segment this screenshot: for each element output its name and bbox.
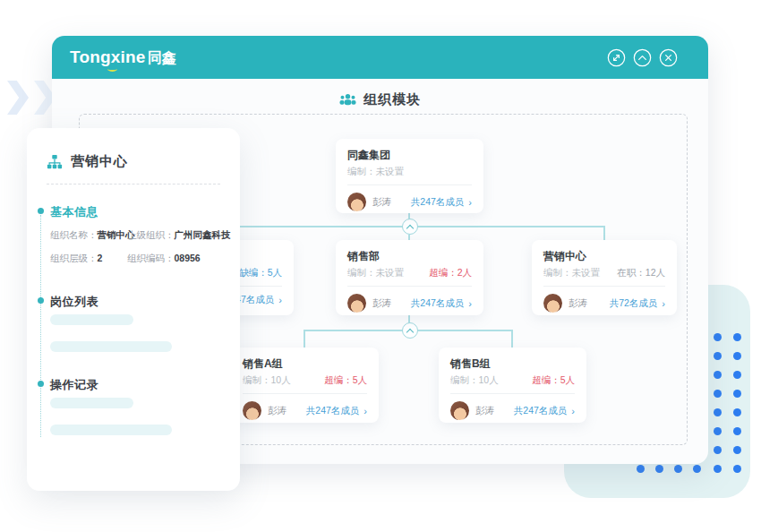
members-count: 共247名成员 [411, 297, 465, 310]
decor-dot [714, 446, 722, 454]
logo-text-zh: 同鑫 [148, 49, 176, 68]
decor-dot [693, 465, 701, 473]
org-node-name: 销售B组 [450, 358, 575, 369]
section-bullet-icon [38, 381, 44, 387]
org-node-name: 销售部 [347, 251, 472, 262]
org-node-root[interactable]: 同鑫集团 编制：未设置 彭涛 共247名成员 › [336, 139, 483, 213]
decor-dot [714, 408, 722, 416]
avatar [347, 294, 366, 313]
owner-name: 彭涛 [569, 297, 587, 310]
section-bullet-icon [38, 297, 44, 304]
org-node-sales-a[interactable]: 销售A组 编制：10人 超编：5人 彭涛 共247名成员 › [231, 348, 379, 423]
chevron-right-icon: › [278, 295, 282, 305]
owner: 彭涛 [347, 193, 391, 211]
chevron-right-icon: › [571, 406, 575, 416]
decor-dot [714, 390, 722, 398]
logo-text-en: Tongxine [70, 47, 146, 67]
collapse-node-toggle[interactable] [402, 219, 418, 235]
connector-line [304, 330, 305, 348]
decor-dot [637, 465, 645, 473]
logo-smile-icon [107, 66, 117, 72]
owner: 彭涛 [450, 401, 494, 420]
decor-dot [714, 371, 722, 379]
team-icon [339, 91, 356, 108]
chevron-up-icon [406, 224, 414, 231]
members-count: 共247名成员 [411, 196, 465, 209]
divider [47, 184, 220, 184]
window-controls [607, 48, 678, 67]
section-operation-log: 操作记录 [50, 377, 98, 393]
section-position-list: 岗位列表 [50, 294, 98, 310]
decor-dot [733, 427, 741, 435]
over-staffed-badge: 超编：5人 [532, 375, 575, 385]
collapse-node-toggle[interactable] [402, 322, 418, 339]
resize-icon[interactable] [607, 48, 626, 67]
org-node-sales-b[interactable]: 销售B组 编制：10人 超编：5人 彭涛 共247名成员 › [439, 348, 586, 423]
connector-line [603, 226, 605, 240]
placeholder-bar [50, 314, 133, 325]
decor-dot [733, 371, 741, 379]
chevron-right-icon: › [363, 406, 367, 416]
over-staffed-badge: 超编：5人 [324, 375, 367, 385]
org-node-marketing-center[interactable]: 营销中心 编制：未设置 在职：12人 彭涛 共72名成员 › [532, 240, 677, 315]
avatar [450, 401, 469, 420]
avatar [543, 294, 562, 313]
staffing-label: 编制：未设置 [347, 167, 404, 176]
org-node-name: 销售A组 [243, 358, 367, 369]
panel-header: 营销中心 [47, 153, 128, 170]
field-parent-org: 上级组织：广州同鑫科技 [127, 229, 231, 242]
desktop-background: Tongxine 同鑫 [0, 0, 761, 532]
field-org-level: 组织层级：2 [50, 253, 102, 265]
avatar [243, 401, 261, 420]
staffing-label: 编制：未设置 [347, 268, 404, 278]
window-titlebar: Tongxine 同鑫 [52, 36, 708, 79]
owner: 彭涛 [543, 294, 587, 313]
org-node-name: 营销中心 [543, 251, 665, 262]
on-duty-badge: 在职：12人 [617, 268, 665, 278]
chevron-up-icon [406, 328, 414, 335]
placeholder-bar [50, 425, 172, 435]
field-org-code: 组织编码：08956 [127, 253, 201, 265]
staffing-label: 编制：10人 [450, 375, 499, 385]
field-org-name: 组织名称：营销中心 [50, 229, 135, 242]
chevron-right-icon: › [468, 197, 472, 208]
members-link[interactable]: 共247名成员 › [411, 196, 472, 209]
placeholder-bar [50, 398, 133, 408]
org-node-sales-dept[interactable]: 销售部 编制：未设置 超编：2人 彭涛 共247名成员 › [336, 240, 483, 315]
decor-dot [733, 465, 741, 473]
members-link[interactable]: 共72名成员 › [610, 297, 665, 310]
decor-dot [655, 465, 663, 473]
members-link[interactable]: 共247名成员 › [514, 405, 575, 417]
decor-dot [733, 390, 741, 398]
section-basic-info: 基本信息 [50, 204, 98, 220]
decor-dot [733, 446, 741, 454]
under-staffed-badge: 缺编：5人 [239, 268, 282, 278]
hierarchy-icon [47, 154, 63, 170]
decor-dot [714, 427, 722, 435]
owner-name: 彭涛 [475, 405, 494, 417]
collapse-up-icon[interactable] [633, 48, 652, 67]
members-count: 共247名成员 [306, 405, 360, 417]
avatar [347, 193, 366, 211]
app-logo: Tongxine 同鑫 [70, 47, 176, 68]
members-count: 共247名成员 [514, 405, 568, 417]
page-title-label: 组织模块 [363, 91, 421, 108]
timeline-line [40, 215, 41, 437]
section-bullet-icon [38, 208, 44, 214]
panel-title: 营销中心 [71, 153, 128, 170]
members-link[interactable]: 共247名成员 › [411, 297, 472, 310]
owner: 彭涛 [347, 294, 391, 313]
decor-dot [733, 352, 741, 360]
decor-dot [733, 333, 741, 341]
owner-name: 彭涛 [268, 405, 286, 417]
decor-dot [733, 408, 741, 416]
members-count: 共72名成员 [610, 297, 658, 310]
page-title: 组织模块 [52, 91, 708, 108]
decor-dot [714, 465, 722, 473]
decor-dot [714, 352, 722, 360]
members-link[interactable]: 共247名成员 › [306, 405, 367, 417]
close-icon[interactable] [659, 48, 678, 67]
staffing-label: 编制：10人 [243, 375, 291, 385]
decor-dot [674, 465, 682, 473]
org-node-name: 同鑫集团 [347, 150, 472, 160]
